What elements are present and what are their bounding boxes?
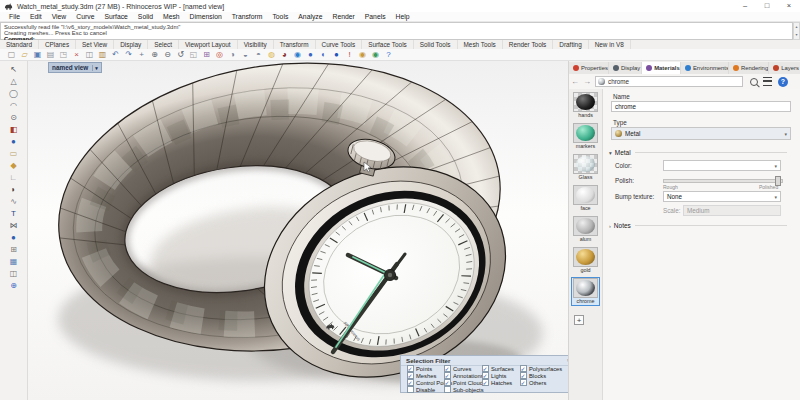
menu-mesh[interactable]: Mesh [158, 13, 185, 20]
color-dropdown-icon[interactable]: ▾ [774, 163, 780, 169]
command-scrollbar[interactable]: ▴▾ [793, 22, 800, 40]
annotate-icon[interactable]: ! [343, 49, 356, 61]
panel-tab-materials[interactable]: Materials [642, 62, 681, 74]
menu-panels[interactable]: Panels [360, 13, 391, 20]
save-icon[interactable]: ▣ [31, 49, 44, 61]
menu-curve[interactable]: Curve [71, 13, 99, 20]
open-file-icon[interactable]: ▱ [18, 49, 31, 61]
ribbon-tab-mesh-tools[interactable]: Mesh Tools [458, 40, 503, 49]
close-button[interactable]: × [778, 0, 800, 12]
menu-help[interactable]: Help [391, 13, 415, 20]
menu-edit[interactable]: Edit [25, 13, 47, 20]
search-icon[interactable] [750, 78, 758, 86]
mesh-icon[interactable]: ▦ [10, 256, 18, 268]
menu-dimension[interactable]: Dimension [185, 13, 227, 20]
viewport-named-view[interactable]: Rhinoceros [28, 61, 568, 400]
checkbox-checked[interactable] [520, 379, 527, 386]
notes-section-header[interactable]: › Notes [609, 222, 787, 229]
zoom-in-icon[interactable]: ⊕ [148, 49, 161, 61]
panel-tab-display[interactable]: Display [609, 62, 642, 74]
filter-item-curves[interactable]: Curves [444, 365, 482, 372]
filter-item-lights[interactable]: Lights [482, 372, 520, 379]
filter-item-blocks[interactable]: Blocks [520, 372, 570, 379]
green-sphere-icon[interactable]: ◉ [369, 49, 382, 61]
circle-icon[interactable]: ◯ [9, 88, 18, 100]
filter-item-annotations[interactable]: Annotations [444, 372, 482, 379]
polyline-icon[interactable]: △ [10, 76, 16, 88]
lamp-icon[interactable]: ◍ [265, 49, 278, 61]
text-tool-icon[interactable]: T [11, 208, 16, 220]
filter-item-points[interactable]: Points [407, 365, 444, 372]
menu-solid[interactable]: Solid [133, 13, 158, 20]
material-item-glass[interactable]: Glass [572, 154, 599, 181]
box-icon[interactable]: ▭ [10, 148, 18, 160]
menu-view[interactable]: View [47, 13, 72, 20]
gold-tool-icon[interactable]: ◆ [10, 160, 16, 172]
zoom-out-icon[interactable]: ⊖ [161, 49, 174, 61]
help-icon[interactable]: ? [778, 77, 788, 87]
filter-item-meshes[interactable]: Meshes [407, 372, 444, 379]
ellipse-icon[interactable]: ⊙ [10, 112, 17, 124]
maximize-button[interactable]: □ [756, 0, 778, 12]
copy-icon[interactable]: ◫ [83, 49, 96, 61]
material-sphere-2-icon[interactable]: ◐ [317, 49, 330, 61]
panel-tab-environments[interactable]: Environments [681, 62, 729, 74]
environment-globe-icon[interactable]: ◉ [291, 49, 304, 61]
menu-surface[interactable]: Surface [99, 13, 132, 20]
material-item-gold[interactable]: gold [572, 247, 599, 274]
new-file-icon[interactable]: ▢ [5, 49, 18, 61]
menu-icon[interactable] [763, 77, 772, 86]
shade-icon[interactable]: ◑ [226, 49, 239, 61]
material-breadcrumb[interactable]: chrome [595, 76, 743, 87]
viewport-menu-icon[interactable]: ▾ [92, 65, 98, 71]
help-sphere-icon[interactable]: ? [382, 49, 395, 61]
filter-item-point-clouds[interactable]: Point Clouds [444, 379, 482, 386]
undo-icon[interactable]: ↶ [109, 49, 122, 61]
menu-analyze[interactable]: Analyze [293, 13, 327, 20]
forward-arrow-icon[interactable]: → [581, 77, 593, 86]
analyze-icon[interactable]: ⊕ [10, 280, 17, 292]
metal-section-header[interactable]: ▾ Metal [609, 149, 787, 156]
checkbox-unchecked[interactable] [407, 386, 414, 393]
command-area[interactable]: Successfully read file "I:\v6_story_mode… [0, 22, 793, 40]
grid-snap-icon[interactable]: ⊞ [200, 49, 213, 61]
filter-item-others[interactable]: Others [520, 379, 570, 386]
checkbox-unchecked[interactable] [444, 386, 451, 393]
menu-file[interactable]: File [4, 13, 25, 20]
gold-sphere-icon[interactable]: ◉ [356, 49, 369, 61]
polish-slider-track[interactable] [663, 179, 783, 183]
filter-item-sub-objects[interactable]: Sub-objects [444, 386, 482, 393]
material-item-hands[interactable]: hands [572, 92, 599, 119]
arc-icon[interactable]: ◠ [10, 100, 17, 112]
checkbox-checked[interactable] [444, 379, 451, 386]
ribbon-tab-new-in-v8[interactable]: New in V8 [589, 40, 631, 49]
dimension-icon[interactable]: ⋈ [10, 220, 18, 232]
zoom-extents-icon[interactable]: ↺ [174, 49, 187, 61]
surface-icon[interactable]: ◧ [10, 124, 18, 136]
drop-icon[interactable]: ◗ [11, 184, 16, 196]
filter-item-control-points[interactable]: Control Points [407, 379, 444, 386]
solid-sphere-icon[interactable]: ● [11, 136, 16, 148]
paste-icon[interactable]: ▥ [96, 49, 109, 61]
curve-tool-icon[interactable]: ∿ [10, 196, 17, 208]
material-sphere-1-icon[interactable]: ● [304, 49, 317, 61]
panel-tab-properties[interactable]: Properties [569, 62, 609, 74]
filter-item-hatches[interactable]: Hatches [482, 379, 520, 386]
split-icon[interactable]: ◫ [10, 268, 18, 280]
checkbox-checked[interactable] [407, 379, 414, 386]
add-material-button[interactable]: + [574, 315, 584, 325]
ribbon-tab-solid-tools[interactable]: Solid Tools [414, 40, 458, 49]
corner-icon[interactable]: ∟ [10, 172, 18, 184]
bump-texture-select[interactable]: None ▾ [663, 191, 781, 202]
material-item-face[interactable]: face [572, 185, 599, 212]
back-arrow-icon[interactable]: ← [569, 77, 581, 86]
array-icon[interactable]: ⊞ [10, 244, 17, 256]
menu-render[interactable]: Render [328, 13, 360, 20]
filter-item-surfaces[interactable]: Surfaces [482, 365, 520, 372]
checkbox-checked[interactable] [482, 379, 489, 386]
color-input[interactable]: ▾ [663, 160, 781, 171]
redo-icon[interactable]: ↷ [122, 49, 135, 61]
minimize-button[interactable]: – [734, 0, 756, 12]
render-sphere-icon[interactable]: ◕ [278, 49, 291, 61]
filter-item-polysurfaces[interactable]: Polysurfaces [520, 365, 570, 372]
